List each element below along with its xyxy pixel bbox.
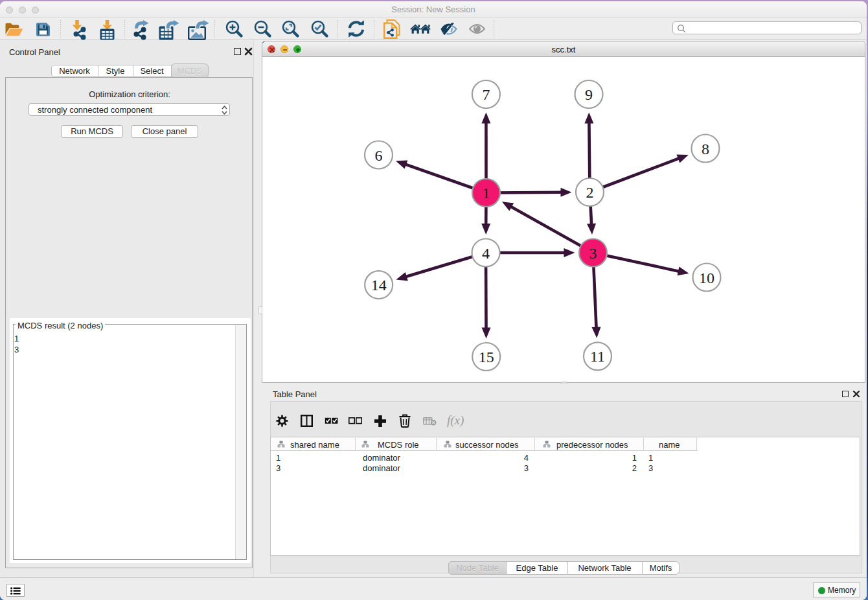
svg-text:7: 7	[482, 86, 490, 103]
svg-text:11: 11	[590, 348, 605, 365]
svg-text:9: 9	[585, 86, 593, 103]
svg-text:8: 8	[702, 141, 709, 157]
svg-text:1: 1	[483, 185, 490, 202]
svg-text:3: 3	[589, 245, 597, 262]
svg-text:2: 2	[586, 184, 594, 201]
svg-text:6: 6	[375, 147, 383, 164]
svg-text:4: 4	[482, 245, 490, 262]
svg-text:15: 15	[479, 349, 494, 365]
svg-text:10: 10	[699, 270, 714, 286]
svg-text:14: 14	[371, 277, 387, 294]
